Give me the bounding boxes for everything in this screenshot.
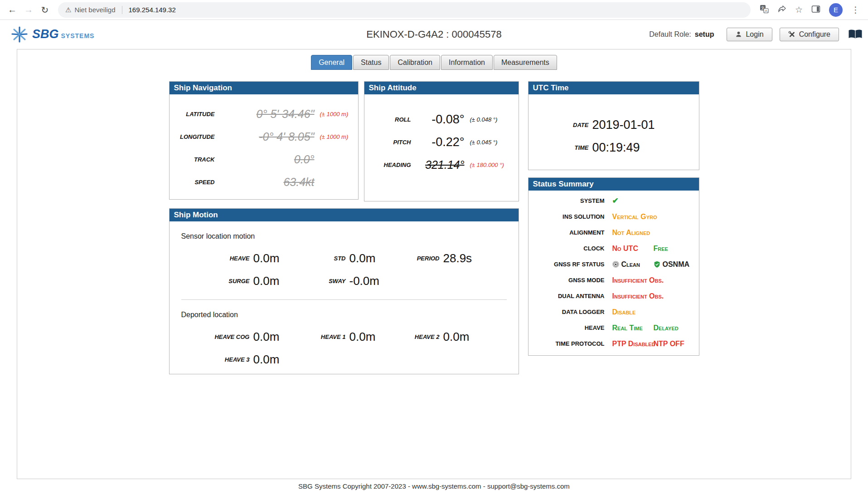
heave-value: 0.0m: [253, 251, 280, 265]
tab-general[interactable]: General: [311, 55, 352, 70]
latitude-value: 0° 5' 34.46": [215, 108, 315, 121]
main-content-box: General Status Calibration Information M…: [17, 49, 851, 479]
motion-row: SURGE0.0m SWAY-0.0m: [181, 270, 507, 292]
heading-label: HEADING: [364, 162, 411, 168]
time-label: TIME: [529, 144, 589, 151]
longitude-row: LONGITUDE -0° 4' 8.05" (± 1000 m): [170, 125, 358, 148]
tab-bar: General Status Calibration Information M…: [17, 55, 851, 70]
heave-cog-value: 0.0m: [253, 330, 280, 344]
translate-icon[interactable]: 文 A: [760, 5, 769, 15]
documentation-book-icon[interactable]: [848, 29, 863, 39]
status-row-heave: HEAVE Real Time Delayed: [529, 320, 699, 336]
browser-toolbar: ← → ↻ ⚠ Niet beveiligd 169.254.149.32 文 …: [0, 0, 868, 20]
utc-time-panel: UTC Time DATE 2019-01-01 TIME 00:19:49: [528, 81, 699, 170]
copyright-footer: SBG Systems Copyright 2007-2023 - www.sb…: [0, 482, 868, 490]
address-divider: [122, 6, 122, 14]
heading-value: 321.14°: [411, 158, 465, 172]
heading-row: HEADING 321.14° (± 180.000 °): [364, 153, 519, 176]
roll-value: -0.08°: [411, 113, 465, 127]
radar-icon: [612, 261, 619, 268]
heave-2-value: 0.0m: [443, 330, 470, 344]
latitude-label: LATITUDE: [170, 111, 215, 118]
ship-attitude-title: Ship Attitude: [364, 82, 519, 94]
status-row-time-protocol: TIME PROTOCOL PTP Disabled NTP OFF: [529, 336, 699, 352]
ship-motion-title: Ship Motion: [170, 209, 519, 221]
login-button[interactable]: Login: [727, 28, 772, 41]
pitch-accuracy: (± 0.045 °): [465, 139, 519, 146]
configure-label: Configure: [799, 30, 830, 39]
surge-label: SURGE: [181, 278, 253, 284]
status-row-gnss-rf: GNSS RF STATUS Clean: [529, 256, 699, 272]
motion-divider: [181, 299, 507, 300]
logo-text-primary: SBG: [32, 27, 59, 41]
status-row-system: SYSTEM ✔: [529, 193, 699, 209]
heave-cog-label: HEAVE COG: [181, 333, 253, 340]
reload-icon[interactable]: ↻: [37, 2, 53, 18]
heave-2-label: HEAVE 2: [371, 333, 443, 340]
role-indicator: Default Role: setup: [649, 30, 714, 39]
std-label: STD: [277, 255, 349, 262]
motion-row: HEAVE0.0m STD0.0m PERIOD28.9s: [181, 247, 507, 270]
app-header: SBG SYSTEMS EKINOX-D-G4A2 : 000045578 De…: [0, 20, 868, 49]
utc-time-row: TIME 00:19:49: [529, 136, 699, 159]
heading-accuracy: (± 180.000 °): [465, 162, 519, 168]
heave-1-label: HEAVE 1: [277, 333, 349, 340]
share-icon[interactable]: [777, 5, 786, 15]
longitude-accuracy: (± 1000 m): [315, 133, 358, 140]
period-value: 28.9s: [443, 251, 472, 265]
latitude-row: LATITUDE 0° 5' 34.46" (± 1000 m): [170, 103, 358, 125]
not-secure-warning-icon[interactable]: ⚠: [65, 6, 71, 14]
heave-label: HEAVE: [181, 255, 253, 262]
browser-menu-icon[interactable]: ⋮: [851, 5, 860, 14]
track-row: TRACK 0.0°: [170, 148, 358, 171]
address-bar[interactable]: ⚠ Niet beveiligd 169.254.149.32: [58, 2, 751, 18]
status-row-data-logger: DATA LOGGER Disable: [529, 304, 699, 320]
url-text[interactable]: 169.254.149.32: [129, 6, 176, 14]
tab-calibration[interactable]: Calibration: [390, 55, 440, 70]
tools-icon: [788, 31, 795, 38]
sbg-logo[interactable]: SBG SYSTEMS: [10, 25, 94, 44]
configure-button[interactable]: Configure: [780, 28, 839, 41]
svg-text:A: A: [765, 9, 767, 13]
tab-measurements[interactable]: Measurements: [494, 55, 557, 70]
forward-icon[interactable]: →: [21, 2, 36, 18]
status-summary-panel: Status Summary SYSTEM ✔ INS SOLUTION Ver…: [528, 177, 699, 356]
status-summary-title: Status Summary: [529, 178, 699, 191]
utc-time-title: UTC Time: [529, 82, 699, 94]
pitch-value: -0.22°: [411, 135, 465, 149]
header-actions: Default Role: setup Login Configure: [649, 28, 863, 41]
motion-row: HEAVE COG0.0m HEAVE 10.0m HEAVE 20.0m: [181, 325, 507, 348]
heave-3-label: HEAVE 3: [181, 356, 253, 363]
back-icon[interactable]: ←: [5, 2, 20, 18]
roll-accuracy: (± 0.048 °): [465, 116, 519, 123]
status-row-clock: CLOCK No UTC Free: [529, 240, 699, 256]
tab-information[interactable]: Information: [441, 55, 493, 70]
ship-motion-panel: Ship Motion Sensor location motion HEAVE…: [169, 208, 519, 374]
ship-navigation-title: Ship Navigation: [170, 82, 358, 94]
pitch-row: PITCH -0.22° (± 0.045 °): [364, 131, 519, 153]
time-value: 00:19:49: [589, 141, 699, 155]
tab-status[interactable]: Status: [353, 55, 389, 70]
sensor-location-motion-title: Sensor location motion: [181, 232, 507, 240]
status-row-ins-solution: INS SOLUTION Vertical Gyro: [529, 209, 699, 225]
profile-avatar[interactable]: E: [829, 3, 843, 17]
role-label: Default Role:: [649, 30, 691, 39]
security-label[interactable]: Niet beveiligd: [74, 6, 115, 14]
longitude-label: LONGITUDE: [170, 133, 215, 140]
date-value: 2019-01-01: [589, 118, 699, 132]
motion-row: HEAVE 30.0m: [181, 348, 507, 371]
bookmark-star-icon[interactable]: ☆: [795, 5, 803, 14]
person-icon: [735, 31, 742, 38]
track-label: TRACK: [170, 156, 215, 163]
check-icon: ✔: [612, 197, 619, 205]
surge-value: 0.0m: [253, 274, 280, 288]
speed-row: SPEED 63.4kt: [170, 171, 358, 193]
side-panel-icon[interactable]: [811, 5, 820, 15]
roll-label: ROLL: [364, 116, 411, 123]
ship-navigation-panel: Ship Navigation LATITUDE 0° 5' 34.46" (±…: [169, 81, 359, 200]
pitch-label: PITCH: [364, 139, 411, 146]
longitude-value: -0° 4' 8.05": [215, 130, 315, 143]
period-label: PERIOD: [371, 255, 443, 262]
sway-label: SWAY: [277, 278, 349, 284]
ship-attitude-panel: Ship Attitude ROLL -0.08° (± 0.048 °) PI…: [364, 81, 519, 201]
